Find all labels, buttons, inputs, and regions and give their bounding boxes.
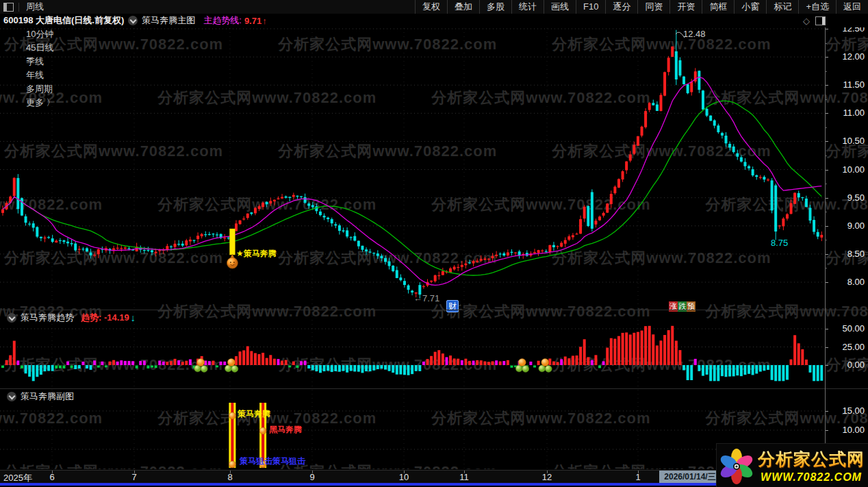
stock-app-window: 分时1分钟5分钟15分钟30分钟60分钟日线周线月线10分钟45日线季线年线多周…	[0, 0, 868, 487]
menu-item-tool-3[interactable]: 统计	[511, 0, 544, 14]
main-indicator-name: 策马奔腾主图	[142, 14, 195, 27]
trend-panel-title: 策马奔腾趋势	[21, 312, 74, 324]
logo-site-url: WWW.70822.COM	[761, 471, 862, 484]
site-logo: 分析家公式网 WWW.70822.COM	[716, 443, 868, 487]
menu-item-period-13[interactable]: 多周期	[21, 82, 61, 96]
menu-item-tool-1[interactable]: 叠加	[447, 0, 479, 14]
trend-panel-value: 趋势: -14.19	[81, 312, 129, 324]
date-tick-label: 1	[635, 472, 640, 482]
menu-item-period-9[interactable]: 10分钟	[21, 27, 61, 41]
menu-item-tool-12[interactable]: +自选	[798, 0, 836, 14]
menu-item-tool-2[interactable]: 多股	[479, 0, 511, 14]
menu-item-tool-8[interactable]: 开资	[669, 0, 702, 14]
date-tick-label: 11	[459, 472, 469, 482]
tools-menu: 复权叠加多股统计画线F10逐分同资开资简框小窗标记+自选返回	[415, 0, 868, 14]
top-menu-bar: 分时1分钟5分钟15分钟30分钟60分钟日线周线月线10分钟45日线季线年线多周…	[0, 0, 868, 14]
window-split-icon[interactable]	[3, 3, 14, 12]
layout-icon[interactable]	[815, 16, 826, 25]
menu-item-tool-4[interactable]: 画线	[544, 0, 576, 14]
price-axis-line	[825, 27, 826, 469]
menu-item-tool-0[interactable]: 复权	[415, 0, 447, 14]
trend-line-value: 9.71	[244, 16, 261, 26]
trend-panel-header: 策马奔腾趋势 趋势: -14.19 ↓	[3, 312, 136, 324]
menu-item-tool-5[interactable]: F10	[576, 0, 605, 14]
flower-logo-icon	[717, 446, 756, 486]
date-tick-label: 12	[542, 472, 552, 482]
date-tick-label: 9	[309, 472, 314, 482]
chevron-down-icon[interactable]	[128, 16, 138, 25]
selected-date-badge: 2026/01/14/三	[659, 471, 721, 483]
menu-item-tool-13[interactable]: 返回	[836, 0, 868, 14]
chart-canvas[interactable]	[0, 0, 868, 487]
panel-separator	[0, 388, 868, 389]
chevron-down-icon[interactable]	[7, 392, 16, 401]
date-tick-label: 7	[131, 472, 136, 482]
menu-item-period-10[interactable]: 45日线	[21, 41, 61, 55]
menu-item-tool-6[interactable]: 逐分	[605, 0, 637, 14]
menu-item-period-7[interactable]: 周线	[21, 0, 61, 14]
up-arrow-icon: ↑	[262, 16, 267, 26]
diamond-icon[interactable]: ◇	[803, 16, 810, 26]
menu-item-tool-9[interactable]: 简框	[702, 0, 734, 14]
menu-item-tool-7[interactable]: 同资	[637, 0, 669, 14]
menu-item-period-12[interactable]: 年线	[21, 68, 61, 82]
menu-divider	[18, 3, 19, 12]
trend-line-label: 主趋势线:	[203, 14, 242, 27]
chart-title-bar: 600198 大唐电信(日线.前复权) 策马奔腾主图 主趋势线: 9.71 ↑ …	[0, 14, 868, 27]
menu-item-period-14[interactable]: 更多 〉	[21, 96, 61, 110]
sub-panel-title: 策马奔腾副图	[21, 390, 74, 403]
menu-item-tool-11[interactable]: 标记	[766, 0, 798, 14]
chevron-down-icon[interactable]	[7, 313, 16, 323]
panel-separator	[0, 310, 868, 310]
down-arrow-icon: ↓	[131, 312, 136, 323]
date-tick-label: 10	[399, 472, 409, 482]
menu-item-tool-10[interactable]: 小窗	[734, 0, 766, 14]
menu-item-period-11[interactable]: 季线	[21, 55, 61, 68]
sub-panel-header: 策马奔腾副图	[3, 390, 74, 403]
symbol-title: 600198 大唐电信(日线.前复权)	[3, 14, 124, 27]
logo-site-name: 分析家公式网	[758, 448, 865, 471]
date-tick-label: 8	[227, 472, 232, 482]
date-tick-label: 6	[49, 472, 54, 482]
